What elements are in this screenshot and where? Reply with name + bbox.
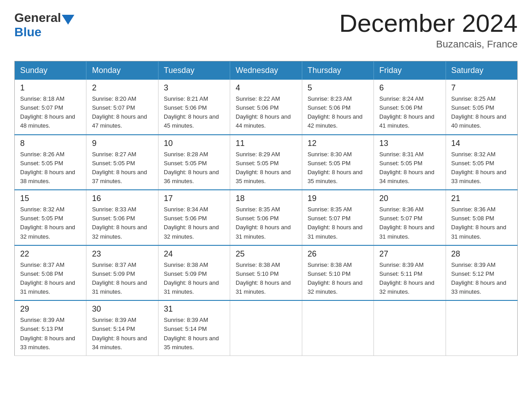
calendar-row: 22 Sunrise: 8:37 AM Sunset: 5:08 PM Dayl… bbox=[15, 245, 518, 301]
calendar-cell: 8 Sunrise: 8:26 AM Sunset: 5:05 PM Dayli… bbox=[15, 135, 86, 190]
header-tuesday: Tuesday bbox=[158, 61, 230, 80]
sunset-label: Sunset: 5:06 PM bbox=[308, 104, 351, 111]
day-info: Sunrise: 8:26 AM Sunset: 5:05 PM Dayligh… bbox=[20, 150, 81, 186]
calendar-cell: 30 Sunrise: 8:39 AM Sunset: 5:14 PM Dayl… bbox=[86, 300, 158, 355]
daylight-label: Daylight: 8 hours and 47 minutes. bbox=[92, 113, 147, 129]
day-number: 21 bbox=[451, 194, 512, 203]
sunset-label: Sunset: 5:08 PM bbox=[20, 270, 63, 277]
daylight-label: Daylight: 8 hours and 33 minutes. bbox=[451, 279, 506, 295]
day-info: Sunrise: 8:22 AM Sunset: 5:06 PM Dayligh… bbox=[236, 94, 296, 131]
sunrise-label: Sunrise: 8:39 AM bbox=[20, 317, 64, 323]
sunrise-label: Sunrise: 8:39 AM bbox=[451, 261, 496, 268]
calendar-cell: 28 Sunrise: 8:39 AM Sunset: 5:12 PM Dayl… bbox=[446, 245, 517, 301]
daylight-label: Daylight: 8 hours and 48 minutes. bbox=[20, 113, 75, 129]
day-number: 15 bbox=[20, 194, 81, 203]
day-info: Sunrise: 8:21 AM Sunset: 5:06 PM Dayligh… bbox=[164, 94, 224, 131]
calendar-cell: 16 Sunrise: 8:33 AM Sunset: 5:06 PM Dayl… bbox=[86, 190, 158, 245]
day-info: Sunrise: 8:39 AM Sunset: 5:11 PM Dayligh… bbox=[379, 261, 440, 297]
sunrise-label: Sunrise: 8:38 AM bbox=[308, 261, 352, 268]
header-saturday: Saturday bbox=[446, 61, 517, 80]
calendar-row: 29 Sunrise: 8:39 AM Sunset: 5:13 PM Dayl… bbox=[15, 300, 518, 355]
calendar-cell: 2 Sunrise: 8:20 AM Sunset: 5:07 PM Dayli… bbox=[86, 80, 158, 135]
sunset-label: Sunset: 5:12 PM bbox=[451, 270, 494, 277]
daylight-label: Daylight: 8 hours and 35 minutes. bbox=[236, 169, 291, 184]
sunset-label: Sunset: 5:05 PM bbox=[451, 160, 494, 167]
day-info: Sunrise: 8:39 AM Sunset: 5:13 PM Dayligh… bbox=[20, 316, 81, 352]
day-number: 20 bbox=[379, 194, 440, 203]
header-wednesday: Wednesday bbox=[230, 61, 302, 80]
day-number: 1 bbox=[20, 83, 81, 93]
day-info: Sunrise: 8:31 AM Sunset: 5:05 PM Dayligh… bbox=[379, 150, 440, 186]
day-number: 30 bbox=[92, 304, 152, 314]
day-info: Sunrise: 8:20 AM Sunset: 5:07 PM Dayligh… bbox=[92, 94, 152, 131]
day-number: 13 bbox=[379, 139, 440, 148]
daylight-label: Daylight: 8 hours and 44 minutes. bbox=[236, 113, 291, 129]
sunrise-label: Sunrise: 8:37 AM bbox=[20, 261, 64, 268]
daylight-label: Daylight: 8 hours and 34 minutes. bbox=[379, 169, 434, 184]
sunset-label: Sunset: 5:13 PM bbox=[20, 325, 63, 332]
day-info: Sunrise: 8:37 AM Sunset: 5:08 PM Dayligh… bbox=[20, 261, 81, 297]
calendar-cell: 20 Sunrise: 8:36 AM Sunset: 5:07 PM Dayl… bbox=[374, 190, 446, 245]
header-friday: Friday bbox=[374, 61, 446, 80]
sunrise-label: Sunrise: 8:27 AM bbox=[92, 151, 136, 158]
header-thursday: Thursday bbox=[302, 61, 373, 80]
day-info: Sunrise: 8:28 AM Sunset: 5:05 PM Dayligh… bbox=[164, 150, 224, 186]
day-number: 19 bbox=[308, 194, 368, 203]
sunset-label: Sunset: 5:11 PM bbox=[379, 270, 422, 277]
day-info: Sunrise: 8:32 AM Sunset: 5:05 PM Dayligh… bbox=[451, 150, 512, 186]
sunset-label: Sunset: 5:06 PM bbox=[379, 104, 422, 111]
title-section: December 2024 Buzancais, France bbox=[339, 11, 518, 50]
day-info: Sunrise: 8:36 AM Sunset: 5:08 PM Dayligh… bbox=[451, 205, 512, 241]
day-number: 2 bbox=[92, 83, 152, 93]
calendar-cell: 27 Sunrise: 8:39 AM Sunset: 5:11 PM Dayl… bbox=[374, 245, 446, 301]
sunset-label: Sunset: 5:05 PM bbox=[92, 160, 135, 167]
day-number: 31 bbox=[164, 304, 224, 314]
day-info: Sunrise: 8:38 AM Sunset: 5:09 PM Dayligh… bbox=[164, 261, 224, 297]
daylight-label: Daylight: 8 hours and 42 minutes. bbox=[308, 113, 363, 129]
sunset-label: Sunset: 5:05 PM bbox=[20, 160, 63, 167]
day-info: Sunrise: 8:38 AM Sunset: 5:10 PM Dayligh… bbox=[236, 261, 296, 297]
day-info: Sunrise: 8:32 AM Sunset: 5:05 PM Dayligh… bbox=[20, 205, 81, 241]
day-info: Sunrise: 8:27 AM Sunset: 5:05 PM Dayligh… bbox=[92, 150, 152, 186]
sunrise-label: Sunrise: 8:22 AM bbox=[236, 95, 280, 102]
daylight-label: Daylight: 8 hours and 31 minutes. bbox=[236, 279, 291, 295]
day-info: Sunrise: 8:35 AM Sunset: 5:06 PM Dayligh… bbox=[236, 205, 296, 241]
day-number: 27 bbox=[379, 249, 440, 259]
day-number: 26 bbox=[308, 249, 368, 259]
sunset-label: Sunset: 5:05 PM bbox=[451, 104, 494, 111]
sunrise-label: Sunrise: 8:39 AM bbox=[164, 317, 208, 323]
calendar-cell: 3 Sunrise: 8:21 AM Sunset: 5:06 PM Dayli… bbox=[158, 80, 230, 135]
day-number: 18 bbox=[236, 194, 296, 203]
day-number: 29 bbox=[20, 304, 81, 314]
daylight-label: Daylight: 8 hours and 32 minutes. bbox=[379, 279, 434, 295]
sunrise-label: Sunrise: 8:30 AM bbox=[308, 151, 352, 158]
day-number: 7 bbox=[451, 83, 512, 93]
sunset-label: Sunset: 5:05 PM bbox=[164, 160, 207, 167]
sunrise-label: Sunrise: 8:24 AM bbox=[379, 95, 424, 102]
header-monday: Monday bbox=[86, 61, 158, 80]
daylight-label: Daylight: 8 hours and 32 minutes. bbox=[308, 279, 363, 295]
sunset-label: Sunset: 5:07 PM bbox=[20, 104, 63, 111]
sunrise-label: Sunrise: 8:32 AM bbox=[20, 206, 64, 213]
day-number: 6 bbox=[379, 83, 440, 93]
sunset-label: Sunset: 5:06 PM bbox=[92, 215, 135, 222]
day-info: Sunrise: 8:23 AM Sunset: 5:06 PM Dayligh… bbox=[308, 94, 368, 131]
calendar-cell: 5 Sunrise: 8:23 AM Sunset: 5:06 PM Dayli… bbox=[302, 80, 373, 135]
day-info: Sunrise: 8:33 AM Sunset: 5:06 PM Dayligh… bbox=[92, 205, 152, 241]
calendar-cell: 29 Sunrise: 8:39 AM Sunset: 5:13 PM Dayl… bbox=[15, 300, 86, 355]
sunset-label: Sunset: 5:06 PM bbox=[164, 104, 207, 111]
daylight-label: Daylight: 8 hours and 31 minutes. bbox=[92, 279, 147, 295]
calendar-body: 1 Sunrise: 8:18 AM Sunset: 5:07 PM Dayli… bbox=[15, 80, 518, 355]
sunset-label: Sunset: 5:07 PM bbox=[92, 104, 135, 111]
calendar-table: Sunday Monday Tuesday Wednesday Thursday… bbox=[14, 61, 518, 356]
calendar-cell: 14 Sunrise: 8:32 AM Sunset: 5:05 PM Dayl… bbox=[446, 135, 517, 190]
sunrise-label: Sunrise: 8:26 AM bbox=[20, 151, 64, 158]
calendar-cell: 23 Sunrise: 8:37 AM Sunset: 5:09 PM Dayl… bbox=[86, 245, 158, 301]
sunrise-label: Sunrise: 8:31 AM bbox=[379, 151, 424, 158]
sunrise-label: Sunrise: 8:35 AM bbox=[236, 206, 280, 213]
calendar-cell: 17 Sunrise: 8:34 AM Sunset: 5:06 PM Dayl… bbox=[158, 190, 230, 245]
day-number: 17 bbox=[164, 194, 224, 203]
sunrise-label: Sunrise: 8:39 AM bbox=[92, 317, 136, 323]
sunset-label: Sunset: 5:09 PM bbox=[164, 270, 207, 277]
header-sunday: Sunday bbox=[15, 61, 86, 80]
